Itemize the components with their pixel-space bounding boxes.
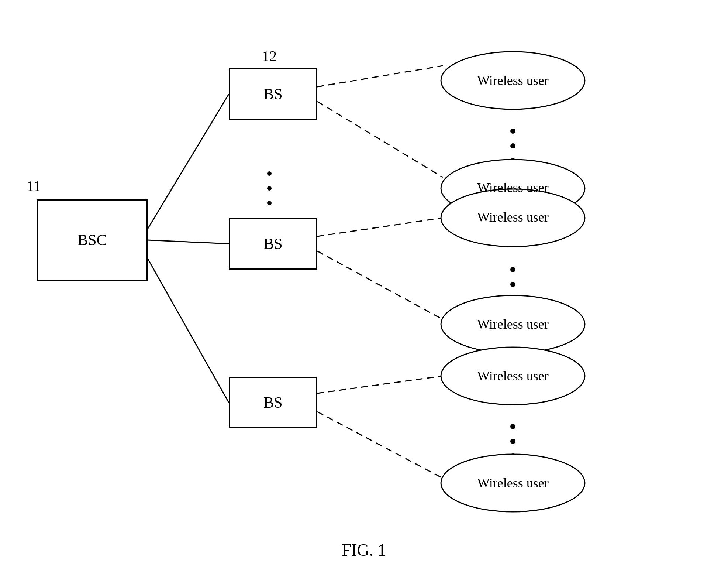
svg-line-11 xyxy=(317,412,443,478)
bs2-label: BS xyxy=(263,235,282,253)
svg-line-7 xyxy=(317,102,443,177)
bsc-label: BSC xyxy=(77,231,107,249)
svg-point-16 xyxy=(510,282,515,287)
bs3-node: BS xyxy=(229,377,317,428)
svg-point-3 xyxy=(267,171,272,176)
svg-line-10 xyxy=(317,376,443,393)
svg-point-5 xyxy=(267,201,272,205)
bsc-node: BSC xyxy=(37,199,148,281)
svg-line-8 xyxy=(317,218,443,236)
svg-line-2 xyxy=(148,259,229,403)
svg-point-15 xyxy=(510,267,515,272)
wireless-user-5: Wireless user xyxy=(441,355,585,397)
node-id-12: 12 xyxy=(262,47,277,65)
diagram: BSC 11 BS 12 BS BS Wireless user Wireles… xyxy=(0,0,728,582)
svg-point-12 xyxy=(510,129,515,134)
svg-line-1 xyxy=(148,240,229,244)
wireless-user-3: Wireless user xyxy=(441,196,585,238)
svg-line-6 xyxy=(317,66,443,87)
svg-point-19 xyxy=(510,439,515,444)
bs2-node: BS xyxy=(229,218,317,270)
bs3-label: BS xyxy=(263,394,282,411)
svg-line-0 xyxy=(148,94,229,229)
wireless-user-4: Wireless user xyxy=(441,304,585,345)
svg-point-4 xyxy=(267,186,272,191)
wireless-user-1: Wireless user xyxy=(441,60,585,101)
svg-point-18 xyxy=(510,424,515,429)
wireless-user-6: Wireless user xyxy=(441,462,585,504)
bs1-node: BS xyxy=(229,68,317,120)
bs1-label: BS xyxy=(263,85,282,103)
node-id-11: 11 xyxy=(27,177,41,195)
svg-point-13 xyxy=(510,143,515,148)
svg-line-9 xyxy=(317,251,443,319)
figure-caption: FIG. 1 xyxy=(342,540,386,560)
